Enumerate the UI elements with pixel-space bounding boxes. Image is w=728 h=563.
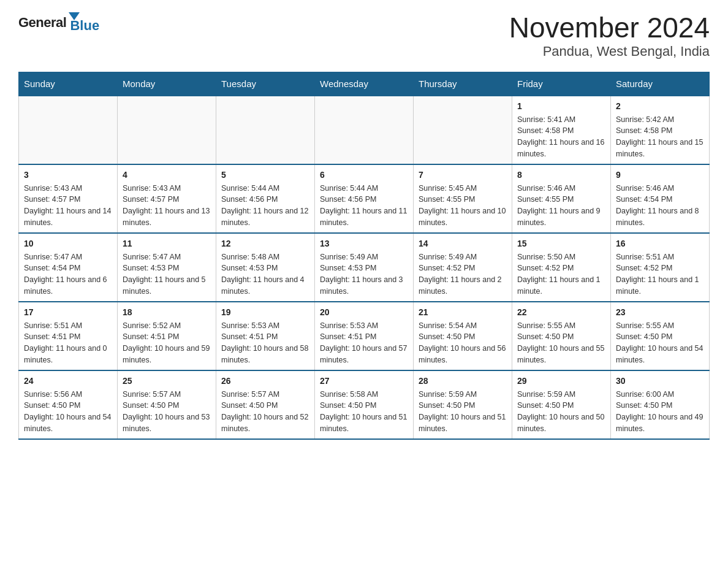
daylight-info: Daylight: 11 hours and 1 minute. bbox=[616, 275, 699, 296]
sunrise-info: Sunrise: 5:52 AM bbox=[123, 321, 181, 330]
daylight-info: Daylight: 11 hours and 1 minute. bbox=[517, 275, 601, 296]
sunset-info: Sunset: 4:50 PM bbox=[221, 401, 278, 410]
sunrise-info: Sunrise: 5:43 AM bbox=[24, 184, 82, 193]
calendar-day: 12Sunrise: 5:48 AMSunset: 4:53 PMDayligh… bbox=[216, 233, 315, 302]
day-number: 23 bbox=[616, 306, 704, 319]
day-number: 24 bbox=[24, 375, 112, 388]
calendar-day: 29Sunrise: 5:59 AMSunset: 4:50 PMDayligh… bbox=[512, 370, 611, 439]
sunrise-info: Sunrise: 5:55 AM bbox=[517, 321, 575, 330]
daylight-info: Daylight: 10 hours and 51 minutes. bbox=[419, 413, 506, 433]
col-friday: Friday bbox=[512, 72, 611, 96]
calendar-table: Sunday Monday Tuesday Wednesday Thursday… bbox=[18, 72, 710, 440]
daylight-info: Daylight: 10 hours and 53 minutes. bbox=[123, 413, 210, 433]
sunrise-info: Sunrise: 5:56 AM bbox=[24, 390, 82, 399]
sunrise-info: Sunrise: 5:59 AM bbox=[419, 390, 477, 399]
day-number: 14 bbox=[419, 237, 507, 250]
sunrise-info: Sunrise: 5:48 AM bbox=[221, 253, 279, 261]
logo-general-text: General bbox=[18, 15, 66, 31]
sunset-info: Sunset: 4:52 PM bbox=[517, 264, 574, 272]
sunset-info: Sunset: 4:56 PM bbox=[221, 195, 278, 204]
sunrise-info: Sunrise: 5:49 AM bbox=[320, 253, 378, 261]
page-title: November 2024 bbox=[509, 12, 710, 44]
calendar-day: 22Sunrise: 5:55 AMSunset: 4:50 PMDayligh… bbox=[512, 302, 611, 370]
sunrise-info: Sunrise: 5:43 AM bbox=[123, 184, 181, 193]
sunset-info: Sunset: 4:50 PM bbox=[517, 401, 574, 410]
sunrise-info: Sunrise: 6:00 AM bbox=[616, 390, 674, 399]
sunrise-info: Sunrise: 5:59 AM bbox=[517, 390, 575, 399]
col-tuesday: Tuesday bbox=[216, 72, 315, 96]
sunrise-info: Sunrise: 5:50 AM bbox=[517, 253, 575, 261]
sunrise-info: Sunrise: 5:57 AM bbox=[221, 390, 279, 399]
sunset-info: Sunset: 4:55 PM bbox=[517, 195, 574, 204]
logo: General Blue bbox=[18, 12, 99, 33]
calendar-day: 17Sunrise: 5:51 AMSunset: 4:51 PMDayligh… bbox=[19, 302, 118, 370]
sunset-info: Sunset: 4:51 PM bbox=[123, 332, 179, 341]
day-number: 20 bbox=[320, 306, 408, 319]
calendar-day: 3Sunrise: 5:43 AMSunset: 4:57 PMDaylight… bbox=[19, 164, 118, 233]
calendar-header-row: Sunday Monday Tuesday Wednesday Thursday… bbox=[19, 72, 710, 96]
col-wednesday: Wednesday bbox=[315, 72, 414, 96]
calendar-day: 11Sunrise: 5:47 AMSunset: 4:53 PMDayligh… bbox=[118, 233, 216, 302]
day-number: 17 bbox=[24, 306, 112, 319]
day-number: 11 bbox=[123, 237, 211, 250]
page-location: Pandua, West Bengal, India bbox=[509, 44, 710, 59]
sunrise-info: Sunrise: 5:53 AM bbox=[221, 321, 279, 330]
daylight-info: Daylight: 10 hours and 57 minutes. bbox=[320, 344, 407, 364]
day-number: 7 bbox=[419, 169, 507, 182]
calendar-week-row: 24Sunrise: 5:56 AMSunset: 4:50 PMDayligh… bbox=[19, 370, 710, 439]
calendar-day bbox=[19, 96, 118, 164]
day-number: 6 bbox=[320, 169, 408, 182]
day-number: 15 bbox=[517, 237, 605, 250]
sunrise-info: Sunrise: 5:58 AM bbox=[320, 390, 378, 399]
col-monday: Monday bbox=[118, 72, 216, 96]
daylight-info: Daylight: 10 hours and 58 minutes. bbox=[221, 344, 308, 364]
sunset-info: Sunset: 4:56 PM bbox=[320, 195, 376, 204]
sunset-info: Sunset: 4:53 PM bbox=[320, 264, 376, 272]
day-number: 28 bbox=[419, 375, 507, 388]
day-number: 27 bbox=[320, 375, 408, 388]
daylight-info: Daylight: 10 hours and 56 minutes. bbox=[419, 344, 506, 364]
calendar-day: 19Sunrise: 5:53 AMSunset: 4:51 PMDayligh… bbox=[216, 302, 315, 370]
sunset-info: Sunset: 4:53 PM bbox=[221, 264, 278, 272]
sunrise-info: Sunrise: 5:51 AM bbox=[24, 321, 82, 330]
sunset-info: Sunset: 4:50 PM bbox=[616, 332, 672, 341]
day-number: 4 bbox=[123, 169, 211, 182]
calendar-day: 18Sunrise: 5:52 AMSunset: 4:51 PMDayligh… bbox=[118, 302, 216, 370]
sunset-info: Sunset: 4:50 PM bbox=[616, 401, 672, 410]
daylight-info: Daylight: 11 hours and 12 minutes. bbox=[221, 207, 308, 227]
daylight-info: Daylight: 10 hours and 54 minutes. bbox=[616, 344, 703, 364]
calendar-day: 2Sunrise: 5:42 AMSunset: 4:58 PMDaylight… bbox=[611, 96, 710, 164]
daylight-info: Daylight: 11 hours and 10 minutes. bbox=[419, 207, 506, 227]
day-number: 2 bbox=[616, 100, 704, 113]
sunset-info: Sunset: 4:51 PM bbox=[24, 332, 80, 341]
calendar-day: 10Sunrise: 5:47 AMSunset: 4:54 PMDayligh… bbox=[19, 233, 118, 302]
daylight-info: Daylight: 10 hours and 50 minutes. bbox=[517, 413, 604, 433]
daylight-info: Daylight: 10 hours and 55 minutes. bbox=[517, 344, 604, 364]
daylight-info: Daylight: 11 hours and 4 minutes. bbox=[221, 275, 305, 296]
daylight-info: Daylight: 11 hours and 8 minutes. bbox=[616, 207, 699, 227]
sunset-info: Sunset: 4:57 PM bbox=[123, 195, 179, 204]
sunset-info: Sunset: 4:52 PM bbox=[419, 264, 475, 272]
calendar-day: 30Sunrise: 6:00 AMSunset: 4:50 PMDayligh… bbox=[611, 370, 710, 439]
day-number: 16 bbox=[616, 237, 704, 250]
calendar-day bbox=[315, 96, 414, 164]
sunset-info: Sunset: 4:53 PM bbox=[123, 264, 179, 272]
daylight-info: Daylight: 11 hours and 6 minutes. bbox=[24, 275, 107, 296]
day-number: 29 bbox=[517, 375, 605, 388]
sunrise-info: Sunrise: 5:46 AM bbox=[517, 184, 575, 193]
day-number: 13 bbox=[320, 237, 408, 250]
sunrise-info: Sunrise: 5:47 AM bbox=[24, 253, 82, 261]
calendar-week-row: 3Sunrise: 5:43 AMSunset: 4:57 PMDaylight… bbox=[19, 164, 710, 233]
daylight-info: Daylight: 11 hours and 11 minutes. bbox=[320, 207, 407, 227]
day-number: 5 bbox=[221, 169, 309, 182]
calendar-day bbox=[216, 96, 315, 164]
calendar-day: 21Sunrise: 5:54 AMSunset: 4:50 PMDayligh… bbox=[414, 302, 512, 370]
sunset-info: Sunset: 4:50 PM bbox=[24, 401, 80, 410]
sunrise-info: Sunrise: 5:54 AM bbox=[419, 321, 477, 330]
calendar-day: 15Sunrise: 5:50 AMSunset: 4:52 PMDayligh… bbox=[512, 233, 611, 302]
day-number: 25 bbox=[123, 375, 211, 388]
calendar-day: 27Sunrise: 5:58 AMSunset: 4:50 PMDayligh… bbox=[315, 370, 414, 439]
day-number: 12 bbox=[221, 237, 309, 250]
col-thursday: Thursday bbox=[414, 72, 512, 96]
calendar-day: 24Sunrise: 5:56 AMSunset: 4:50 PMDayligh… bbox=[19, 370, 118, 439]
